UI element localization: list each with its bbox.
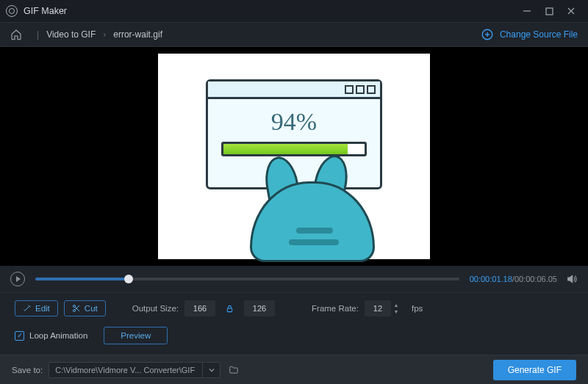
- progress-text: 94%: [208, 108, 380, 136]
- time-display: 00:00:01.18/00:00:06.05: [470, 275, 557, 283]
- home-icon: [10, 29, 22, 40]
- output-height-input[interactable]: [244, 300, 275, 316]
- output-width-input[interactable]: [184, 300, 215, 316]
- volume-icon: [566, 273, 578, 285]
- generate-gif-button[interactable]: Generate GIF: [493, 360, 576, 380]
- home-button[interactable]: [10, 29, 22, 40]
- minimize-icon: [523, 7, 531, 15]
- seek-slider[interactable]: [35, 278, 459, 280]
- checkbox-checked-icon: ✓: [15, 331, 24, 341]
- scissors-icon: [72, 304, 81, 313]
- close-icon: [567, 7, 576, 15]
- svg-marker-7: [568, 275, 573, 282]
- output-size-label: Output Size:: [132, 304, 179, 313]
- aspect-lock-button[interactable]: [226, 305, 234, 313]
- maximize-button[interactable]: [538, 0, 560, 22]
- maximize-icon: [545, 7, 553, 15]
- preview-area: 94%: [0, 47, 588, 266]
- breadcrumb-section[interactable]: Video to GIF: [46, 29, 96, 40]
- app-title: GIF Maker: [24, 6, 67, 16]
- frame-rate-label: Frame Rate:: [312, 304, 359, 313]
- fps-unit-label: fps: [412, 304, 423, 313]
- svg-rect-12: [227, 308, 232, 312]
- playback-bar: 00:00:01.18/00:00:06.05: [0, 266, 588, 292]
- minimize-button[interactable]: [516, 0, 538, 22]
- bottom-bar: Save to: Generate GIF: [0, 355, 588, 384]
- frame-rate-up[interactable]: ▲: [392, 302, 400, 308]
- volume-button[interactable]: [566, 273, 578, 285]
- chevron-right-icon: ›: [103, 29, 106, 40]
- svg-point-8: [73, 305, 75, 308]
- current-time: 00:00:01.18: [470, 275, 512, 283]
- close-button[interactable]: [560, 0, 582, 22]
- edit-button[interactable]: Edit: [15, 300, 58, 316]
- change-source-button[interactable]: Change Source File: [481, 28, 578, 41]
- change-source-label: Change Source File: [500, 29, 578, 40]
- app-logo-icon: [6, 5, 18, 17]
- breadcrumb-separator: |: [37, 29, 39, 40]
- video-frame: 94%: [158, 54, 430, 259]
- save-path-input[interactable]: [49, 362, 203, 378]
- magic-wand-icon: [23, 304, 32, 313]
- play-button[interactable]: [10, 272, 25, 286]
- open-folder-button[interactable]: [228, 365, 240, 375]
- cut-button[interactable]: Cut: [64, 300, 106, 316]
- svg-point-9: [73, 310, 75, 312]
- controls-panel: Edit Cut Output Size: Frame Rate: ▲ ▼ fp…: [0, 292, 588, 355]
- folder-icon: [228, 365, 240, 375]
- save-to-label: Save to:: [12, 366, 43, 374]
- svg-rect-1: [546, 8, 553, 15]
- loop-animation-label: Loop Animation: [29, 331, 87, 340]
- plus-circle-icon: [481, 28, 494, 41]
- breadcrumb-bar: | Video to GIF › error-wait.gif Change S…: [0, 22, 588, 47]
- loop-animation-checkbox[interactable]: ✓ Loop Animation: [15, 331, 87, 341]
- lock-icon: [226, 305, 234, 313]
- preview-button[interactable]: Preview: [104, 327, 168, 344]
- frame-rate-down[interactable]: ▼: [392, 308, 400, 315]
- save-path-dropdown[interactable]: [203, 362, 220, 378]
- breadcrumb-file: error-wait.gif: [113, 29, 162, 40]
- total-time: 00:00:06.05: [514, 275, 557, 283]
- title-bar: GIF Maker: [0, 0, 588, 22]
- frame-rate-input[interactable]: [365, 300, 391, 316]
- chevron-down-icon: [209, 367, 215, 373]
